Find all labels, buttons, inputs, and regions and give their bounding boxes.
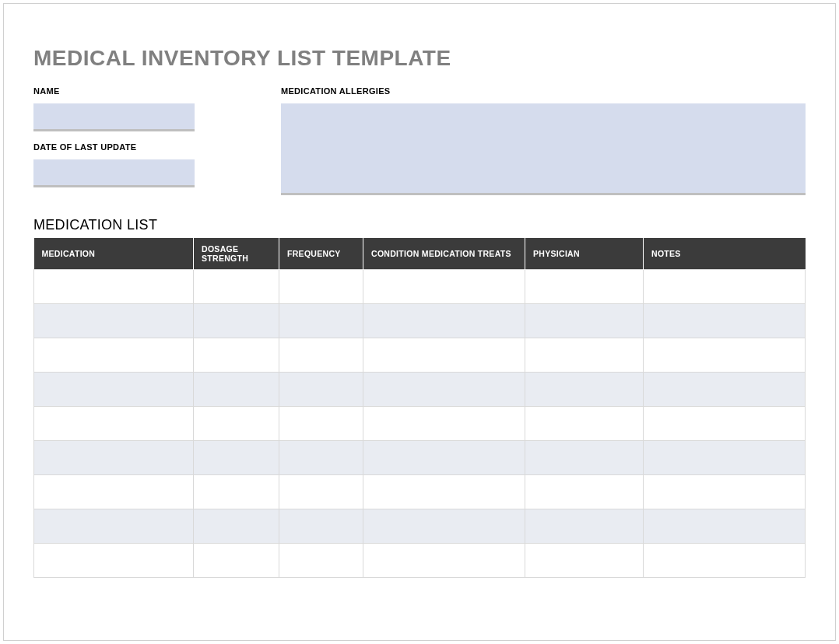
document-frame: MEDICAL INVENTORY LIST TEMPLATE NAME DAT… [3,3,836,641]
cell-frequency[interactable] [279,441,363,475]
top-fields: NAME DATE OF LAST UPDATE MEDICATION ALLE… [33,86,806,198]
cell-physician[interactable] [525,373,644,407]
th-dosage: DOSAGE STRENGTH [194,238,279,270]
right-fields: MEDICATION ALLERGIES [281,86,806,198]
cell-physician[interactable] [525,509,644,544]
table-row [34,373,806,407]
date-label: DATE OF LAST UPDATE [33,142,281,152]
cell-medication[interactable] [34,544,194,578]
cell-notes[interactable] [644,373,806,407]
cell-frequency[interactable] [279,475,363,509]
cell-condition[interactable] [363,509,525,544]
cell-condition[interactable] [363,304,525,338]
left-fields: NAME DATE OF LAST UPDATE [33,86,281,198]
cell-frequency[interactable] [279,544,363,578]
cell-frequency[interactable] [279,304,363,338]
cell-frequency[interactable] [279,270,363,304]
table-row [34,304,806,338]
cell-medication[interactable] [34,304,194,338]
name-input[interactable] [33,103,195,131]
cell-notes[interactable] [644,270,806,304]
cell-physician[interactable] [525,407,644,441]
cell-physician[interactable] [525,441,644,475]
cell-notes[interactable] [644,407,806,441]
cell-notes[interactable] [644,509,806,544]
cell-dosage[interactable] [194,509,279,544]
cell-dosage[interactable] [194,544,279,578]
cell-notes[interactable] [644,544,806,578]
cell-medication[interactable] [34,509,194,544]
cell-frequency[interactable] [279,373,363,407]
cell-medication[interactable] [34,270,194,304]
cell-condition[interactable] [363,338,525,373]
cell-medication[interactable] [34,338,194,373]
th-frequency: FREQUENCY [279,238,363,270]
allergies-label: MEDICATION ALLERGIES [281,86,806,96]
th-condition: CONDITION MEDICATION TREATS [363,238,525,270]
table-row [34,270,806,304]
cell-physician[interactable] [525,270,644,304]
table-row [34,338,806,373]
cell-notes[interactable] [644,475,806,509]
cell-dosage[interactable] [194,441,279,475]
date-input[interactable] [33,159,195,187]
table-row [34,544,806,578]
cell-physician[interactable] [525,304,644,338]
cell-physician[interactable] [525,475,644,509]
cell-condition[interactable] [363,373,525,407]
cell-condition[interactable] [363,475,525,509]
cell-frequency[interactable] [279,407,363,441]
cell-dosage[interactable] [194,304,279,338]
cell-notes[interactable] [644,304,806,338]
th-physician: PHYSICIAN [525,238,644,270]
page-title: MEDICAL INVENTORY LIST TEMPLATE [33,46,806,71]
cell-notes[interactable] [644,441,806,475]
table-row [34,407,806,441]
cell-dosage[interactable] [194,475,279,509]
cell-notes[interactable] [644,338,806,373]
cell-dosage[interactable] [194,373,279,407]
table-row [34,441,806,475]
table-row [34,509,806,544]
cell-medication[interactable] [34,441,194,475]
name-label: NAME [33,86,281,96]
cell-condition[interactable] [363,407,525,441]
allergies-input[interactable] [281,103,806,195]
cell-dosage[interactable] [194,270,279,304]
section-label: MEDICATION LIST [33,217,806,233]
cell-medication[interactable] [34,373,194,407]
cell-condition[interactable] [363,270,525,304]
cell-dosage[interactable] [194,338,279,373]
cell-medication[interactable] [34,407,194,441]
cell-medication[interactable] [34,475,194,509]
cell-frequency[interactable] [279,338,363,373]
cell-frequency[interactable] [279,509,363,544]
cell-condition[interactable] [363,544,525,578]
th-medication: MEDICATION [34,238,194,270]
cell-physician[interactable] [525,338,644,373]
table-header-row: MEDICATION DOSAGE STRENGTH FREQUENCY CON… [34,238,806,270]
medication-table: MEDICATION DOSAGE STRENGTH FREQUENCY CON… [33,238,806,578]
cell-dosage[interactable] [194,407,279,441]
th-notes: NOTES [644,238,806,270]
table-row [34,475,806,509]
cell-physician[interactable] [525,544,644,578]
cell-condition[interactable] [363,441,525,475]
